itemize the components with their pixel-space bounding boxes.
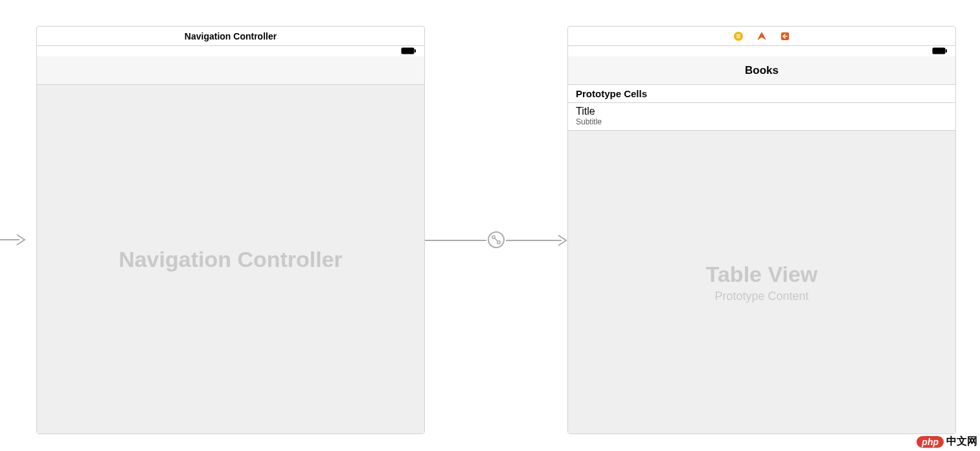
scene-navigation-controller[interactable]: Navigation Controller Navigation Control… — [36, 26, 425, 434]
watermark: php 中文网 — [917, 435, 977, 448]
storyboard-canvas[interactable]: Navigation Controller Navigation Control… — [0, 0, 980, 451]
svg-rect-1 — [415, 49, 416, 52]
scene-title-bar[interactable]: Navigation Controller — [37, 27, 424, 46]
scene-body[interactable]: Navigation Controller — [37, 85, 424, 434]
cell-title-label: Title — [576, 106, 948, 117]
prototype-cells-header: Prototype Cells — [568, 85, 955, 103]
first-responder-icon[interactable] — [757, 31, 767, 41]
svg-rect-11 — [946, 49, 947, 52]
svg-rect-7 — [736, 36, 740, 36]
battery-icon — [932, 47, 948, 55]
svg-rect-8 — [736, 37, 740, 38]
watermark-brand: php — [917, 436, 944, 448]
placeholder-label: Navigation Controller — [119, 247, 343, 272]
watermark-text: 中文网 — [946, 435, 977, 448]
battery-icon — [401, 47, 416, 55]
svg-rect-0 — [402, 48, 415, 54]
scene-dock[interactable] — [568, 27, 955, 46]
scene-title-label: Navigation Controller — [185, 31, 277, 41]
view-controller-icon[interactable] — [733, 31, 744, 41]
segue-icon — [488, 231, 505, 248]
prototype-cell[interactable]: Title Subtitle — [568, 103, 955, 131]
status-bar — [37, 46, 424, 56]
table-view-body[interactable]: Table View Prototype Content — [568, 131, 955, 434]
svg-rect-6 — [736, 34, 740, 35]
status-bar — [568, 46, 955, 56]
navigation-bar[interactable] — [37, 56, 424, 85]
svg-line-4 — [495, 238, 498, 242]
placeholder-title: Table View — [706, 262, 818, 287]
navigation-bar[interactable]: Books — [568, 56, 955, 85]
initial-vc-arrow[interactable] — [0, 232, 28, 248]
scene-books[interactable]: Books Prototype Cells Title Subtitle Tab… — [567, 26, 956, 434]
svg-rect-10 — [933, 48, 946, 54]
cell-subtitle-label: Subtitle — [576, 117, 948, 126]
segue-relationship[interactable] — [425, 235, 567, 253]
exit-icon[interactable] — [780, 31, 790, 41]
nav-title: Books — [745, 64, 779, 77]
placeholder-subtitle: Prototype Content — [714, 290, 808, 303]
